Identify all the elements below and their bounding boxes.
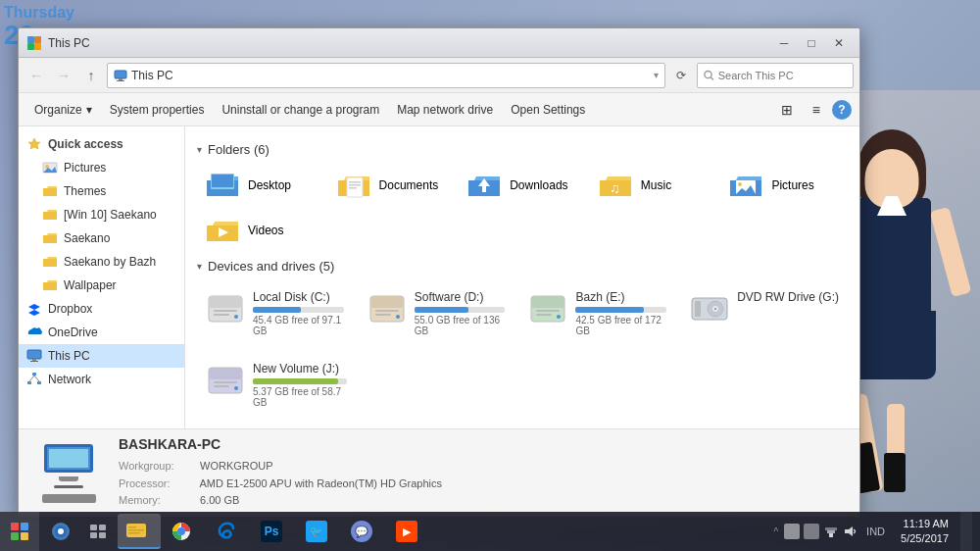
folders-section-header[interactable]: ▾ Folders (6) <box>197 142 848 157</box>
cortana-icon <box>51 522 71 541</box>
tray-network-icon[interactable] <box>823 524 839 539</box>
svg-rect-47 <box>536 314 552 316</box>
taskbar-ps[interactable]: Ps <box>253 514 296 549</box>
sidebar-item-saekano-bazh[interactable]: Saekano by Bazh <box>19 250 184 274</box>
tray-expand[interactable]: ^ <box>771 525 780 539</box>
drive-c-space: 45.4 GB free of 97.1 GB <box>253 315 344 336</box>
view-list-button[interactable]: ≡ <box>805 97 828 123</box>
taskbar-misc3[interactable]: ▶ <box>388 514 431 549</box>
uninstall-button[interactable]: Uninstall or change a program <box>214 97 387 123</box>
svg-rect-50 <box>695 301 701 317</box>
documents-folder-icon <box>336 171 371 200</box>
drive-software-d[interactable]: Software (D:) 55.0 GB free of 136 GB <box>359 281 514 345</box>
sidebar-item-wallpaper[interactable]: Wallpaper <box>19 274 184 297</box>
taskbar-edge[interactable] <box>208 514 251 549</box>
clock-time: 11:19 AM <box>901 517 949 531</box>
back-button[interactable]: ← <box>24 64 48 87</box>
taskbar-misc2[interactable]: 💬 <box>343 514 386 549</box>
drive-local-c[interactable]: Local Disk (C:) 45.4 GB free of 97.1 GB <box>197 281 353 345</box>
sidebar-item-pictures[interactable]: Pictures 📌 <box>19 156 184 179</box>
help-button[interactable]: ? <box>832 100 852 120</box>
sidebar-item-themes[interactable]: Themes 📌 <box>19 179 184 203</box>
computer-icon <box>114 69 127 82</box>
taskbar-chrome[interactable] <box>163 514 206 549</box>
minimize-button[interactable]: ─ <box>771 33 797 53</box>
folder-pictures[interactable]: Pictures <box>720 165 848 206</box>
start-button[interactable] <box>0 512 39 551</box>
sidebar-item-this-pc[interactable]: This PC <box>19 344 184 368</box>
drive-dvd-g[interactable]: DVD RW Drive (G:) <box>681 281 848 345</box>
organize-label: Organize <box>34 103 82 117</box>
maximize-button[interactable]: □ <box>799 33 824 53</box>
address-bar[interactable]: This PC ▾ <box>107 63 665 88</box>
workgroup-label: Workgroup: <box>119 458 197 476</box>
close-button[interactable]: ✕ <box>826 33 852 53</box>
sidebar-item-network[interactable]: Network <box>19 368 184 391</box>
file-area[interactable]: ▾ Folders (6) Desktop <box>185 126 859 428</box>
view-tiles-button[interactable]: ⊞ <box>773 97 801 123</box>
svg-point-61 <box>58 528 64 534</box>
language-indicator[interactable]: IND <box>862 526 889 537</box>
sidebar-item-quick-access[interactable]: Quick access <box>19 132 184 156</box>
up-button[interactable]: ↑ <box>79 64 103 87</box>
svg-rect-1 <box>34 36 41 43</box>
address-dropdown[interactable]: ▾ <box>654 70 659 80</box>
tray-icon-2[interactable] <box>804 524 819 539</box>
address-text: This PC <box>131 69 173 82</box>
taskbar-clock[interactable]: 11:19 AM 5/25/2017 <box>893 517 956 547</box>
title-bar-buttons: ─ □ ✕ <box>771 33 852 53</box>
folder-desktop[interactable]: Desktop <box>197 165 324 206</box>
organize-button[interactable]: Organize ▾ <box>26 97 100 123</box>
folder-downloads[interactable]: Downloads <box>459 165 586 206</box>
drive-d-info: Software (D:) 55.0 GB free of 136 GB <box>415 290 506 336</box>
forward-button[interactable]: → <box>52 64 75 87</box>
drive-bazh-e[interactable]: Bazh (E:) 42.5 GB free of 172 GB <box>519 281 675 345</box>
workgroup-value: WORKGROUP <box>200 460 273 472</box>
folder-music[interactable]: ♫ Music <box>590 165 717 206</box>
taskbar-misc1[interactable]: 🐦 <box>298 514 341 549</box>
svg-rect-40 <box>370 296 404 308</box>
taskbar-search[interactable] <box>43 514 78 549</box>
processor-label: Processor: <box>119 476 197 493</box>
svg-rect-62 <box>90 525 97 530</box>
folder-videos[interactable]: Videos <box>197 210 324 251</box>
show-desktop-button[interactable] <box>960 512 972 551</box>
sidebar-item-saekano[interactable]: Saekano <box>19 226 184 250</box>
pictures-icon <box>42 160 58 175</box>
drive-g-info: DVD RW Drive (G:) <box>737 290 839 304</box>
svg-point-71 <box>177 527 185 535</box>
tray-volume-icon[interactable] <box>843 524 858 539</box>
tray-icon-1[interactable] <box>784 524 800 539</box>
map-network-label: Map network drive <box>397 103 493 117</box>
drive-d-bar-fill <box>415 307 469 313</box>
system-properties-button[interactable]: System properties <box>102 97 213 123</box>
search-input[interactable] <box>718 70 847 81</box>
svg-rect-65 <box>99 532 106 538</box>
drives-section-header[interactable]: ▾ Devices and drives (5) <box>197 259 848 274</box>
sidebar-item-win10-saekano[interactable]: [Win 10] Saekano <box>19 203 184 226</box>
drive-j-name: New Volume (J:) <box>253 362 347 376</box>
folder-documents[interactable]: Documents <box>328 165 456 206</box>
folder-music-label: Music <box>641 178 671 192</box>
refresh-button[interactable]: ⟳ <box>669 64 693 87</box>
processor-row: Processor: AMD E1-2500 APU with Radeon(T… <box>119 476 442 493</box>
search-bar[interactable] <box>697 63 854 88</box>
folder-desktop-label: Desktop <box>248 178 291 192</box>
open-settings-button[interactable]: Open Settings <box>503 97 593 123</box>
drive-new-volume-j[interactable]: New Volume (J:) 5.37 GB free of 58.7 GB <box>197 353 356 417</box>
drive-e-info: Bazh (E:) 42.5 GB free of 172 GB <box>575 290 666 336</box>
svg-rect-72 <box>829 533 833 537</box>
sidebar-item-onedrive[interactable]: OneDrive <box>19 321 184 344</box>
map-network-button[interactable]: Map network drive <box>389 97 501 123</box>
drive-d-name: Software (D:) <box>415 290 506 304</box>
svg-rect-46 <box>536 310 560 312</box>
toolbar-right: ⊞ ≡ ? <box>773 97 852 123</box>
taskbar-explorer[interactable] <box>118 514 161 549</box>
folder-documents-label: Documents <box>379 178 439 192</box>
folders-grid: Desktop Documents <box>197 165 848 251</box>
svg-rect-19 <box>37 381 41 384</box>
hdd-icon-e <box>528 290 567 327</box>
folders-chevron: ▾ <box>197 144 202 155</box>
sidebar-item-dropbox[interactable]: Dropbox <box>19 297 184 321</box>
taskbar-task-view[interactable] <box>80 514 116 549</box>
